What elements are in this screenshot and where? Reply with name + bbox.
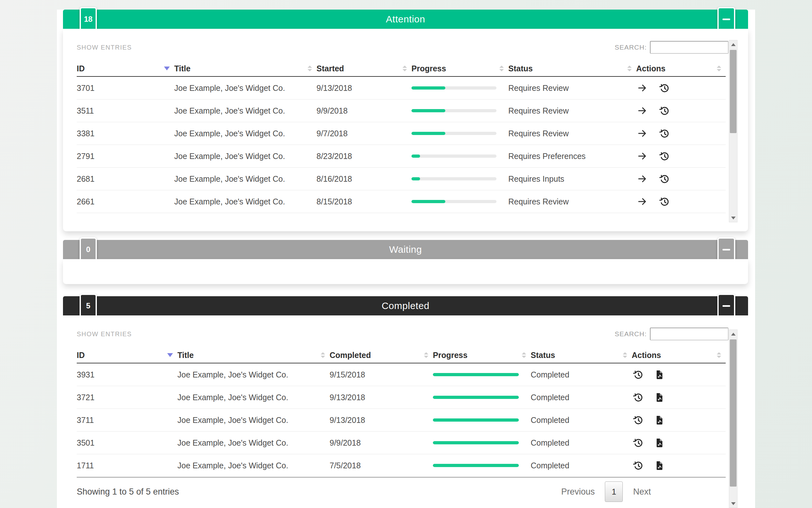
arrow-up-icon[interactable] <box>729 330 737 338</box>
go-arrow-icon[interactable] <box>636 82 648 94</box>
cell-title: Joe Example, Joe's Widget Co. <box>174 106 317 116</box>
table-row: 3381 Joe Example, Joe's Widget Co. 9/7/2… <box>77 122 726 145</box>
table-row: 3931 Joe Example, Joe's Widget Co. 9/15/… <box>77 364 726 386</box>
cell-completed: 9/13/2018 <box>330 393 433 402</box>
column-header-completed[interactable]: Completed <box>330 351 433 360</box>
attention-scrollbar[interactable] <box>729 40 737 222</box>
file-pdf-icon[interactable] <box>654 414 666 426</box>
cell-title: Joe Example, Joe's Widget Co. <box>174 152 317 161</box>
cell-progress <box>433 441 531 444</box>
history-icon[interactable] <box>632 391 644 404</box>
attention-panel-body: SHOW ENTRIES SEARCH: ID Title <box>63 29 748 231</box>
column-header-status[interactable]: Status <box>508 64 636 73</box>
attention-collapse-button[interactable] <box>717 7 735 31</box>
go-arrow-icon[interactable] <box>636 196 648 208</box>
cell-status: Requires Review <box>508 197 636 206</box>
history-icon[interactable] <box>632 459 644 471</box>
page-number-button[interactable]: 1 <box>605 481 623 502</box>
column-header-actions[interactable]: Actions <box>632 351 726 360</box>
progress-bar <box>433 441 519 444</box>
previous-page-button[interactable]: Previous <box>554 482 602 501</box>
completed-collapse-button[interactable] <box>717 294 735 318</box>
sort-icon <box>627 66 632 71</box>
cell-status: Completed <box>531 393 632 402</box>
cell-completed: 9/15/2018 <box>330 370 433 379</box>
go-arrow-icon[interactable] <box>636 127 648 139</box>
file-pdf-icon[interactable] <box>654 459 666 471</box>
arrow-up-icon[interactable] <box>729 40 737 49</box>
table-row: 3501 Joe Example, Joe's Widget Co. 9/9/2… <box>77 431 726 454</box>
cell-completed: 9/9/2018 <box>330 438 433 448</box>
cell-started: 8/15/2018 <box>317 197 412 206</box>
column-header-id[interactable]: ID <box>77 351 178 360</box>
cell-progress <box>412 109 508 112</box>
cell-id: 3501 <box>77 438 178 448</box>
history-icon[interactable] <box>658 104 670 117</box>
table-row: 2661 Joe Example, Joe's Widget Co. 8/15/… <box>77 190 726 213</box>
cell-id: 3701 <box>77 84 174 93</box>
next-page-button[interactable]: Next <box>625 482 659 501</box>
file-pdf-icon[interactable] <box>654 391 666 404</box>
cell-actions <box>636 127 726 139</box>
column-header-progress[interactable]: Progress <box>433 351 531 360</box>
cell-actions <box>636 196 726 208</box>
cell-started: 9/7/2018 <box>317 129 412 138</box>
column-header-status[interactable]: Status <box>531 351 632 360</box>
go-arrow-icon[interactable] <box>636 173 648 185</box>
cell-progress <box>433 396 531 399</box>
waiting-panel: 0 Waiting <box>63 240 748 284</box>
search-input[interactable] <box>650 328 728 340</box>
arrow-down-icon[interactable] <box>729 499 737 508</box>
file-pdf-icon[interactable] <box>654 369 666 381</box>
cell-actions <box>632 459 726 471</box>
table-row: 3711 Joe Example, Joe's Widget Co. 9/13/… <box>77 409 726 431</box>
cell-completed: 9/13/2018 <box>330 416 433 425</box>
scrollbar-thumb[interactable] <box>730 339 736 486</box>
sort-icon <box>307 66 312 71</box>
cell-id: 2791 <box>77 152 174 161</box>
cell-completed: 7/5/2018 <box>330 461 433 470</box>
sort-icon <box>499 66 504 71</box>
history-icon[interactable] <box>658 82 670 94</box>
column-header-actions[interactable]: Actions <box>636 64 726 73</box>
history-icon[interactable] <box>658 127 670 139</box>
cell-actions <box>636 150 726 162</box>
scrollbar-thumb[interactable] <box>730 50 736 133</box>
waiting-panel-header: 0 Waiting <box>63 240 748 259</box>
waiting-collapse-button[interactable] <box>717 237 735 262</box>
cell-actions <box>632 391 726 404</box>
sort-icon <box>424 352 428 358</box>
column-header-progress[interactable]: Progress <box>412 64 508 73</box>
search-label: SEARCH: <box>615 43 647 51</box>
cell-progress <box>433 373 531 376</box>
history-icon[interactable] <box>658 150 670 162</box>
cell-actions <box>632 414 726 426</box>
go-arrow-icon[interactable] <box>636 104 648 117</box>
cell-actions <box>632 369 726 381</box>
cell-started: 9/13/2018 <box>317 84 412 93</box>
completed-table-footer: Showing 1 to 5 of 5 entries Previous 1 N… <box>77 478 726 506</box>
history-icon[interactable] <box>632 414 644 426</box>
progress-bar <box>412 155 496 158</box>
arrow-down-icon[interactable] <box>729 214 737 222</box>
waiting-panel-title: Waiting <box>63 240 748 259</box>
cell-status: Completed <box>531 438 632 448</box>
progress-bar <box>433 464 519 467</box>
attention-panel: 18 Attention SHOW ENTRIES SEARCH: ID <box>63 10 748 231</box>
history-icon[interactable] <box>632 437 644 449</box>
completed-scrollbar[interactable] <box>729 330 737 508</box>
completed-panel-title: Completed <box>63 296 748 315</box>
column-header-started[interactable]: Started <box>317 64 412 73</box>
history-icon[interactable] <box>632 369 644 381</box>
history-icon[interactable] <box>658 173 670 185</box>
history-icon[interactable] <box>658 196 670 208</box>
file-pdf-icon[interactable] <box>654 437 666 449</box>
column-header-title[interactable]: Title <box>174 64 317 73</box>
column-header-title[interactable]: Title <box>178 351 330 360</box>
cell-started: 9/9/2018 <box>317 106 412 116</box>
go-arrow-icon[interactable] <box>636 150 648 162</box>
sort-icon <box>522 352 526 358</box>
table-row: 2791 Joe Example, Joe's Widget Co. 8/23/… <box>77 145 726 168</box>
search-input[interactable] <box>650 41 728 54</box>
column-header-id[interactable]: ID <box>77 64 174 73</box>
